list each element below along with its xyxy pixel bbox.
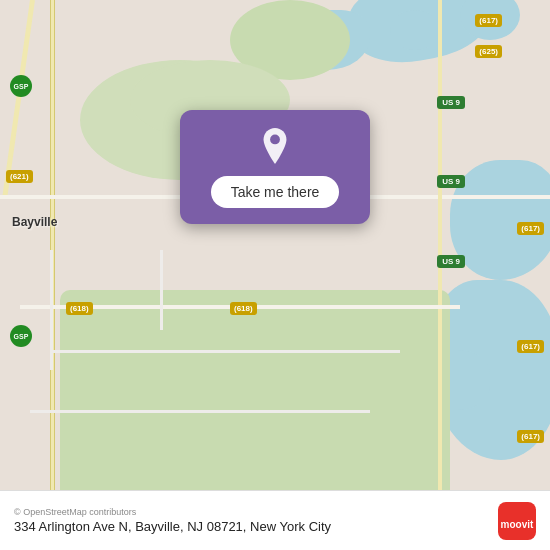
badge-us9-top: US 9: [437, 96, 465, 109]
badge-618-center: (618): [230, 302, 257, 315]
badge-618-left: (618): [66, 302, 93, 315]
badge-617-top: (617): [475, 14, 502, 27]
address-city: New York City: [250, 519, 331, 534]
map-container: GSP GSP (617) (625) (621) (618) (618) (6…: [0, 0, 550, 490]
moovit-icon: moovit: [498, 502, 536, 540]
badge-gsp-top: GSP: [10, 75, 32, 97]
place-label-bayville: Bayville: [12, 215, 57, 229]
badge-617-right3: (617): [517, 430, 544, 443]
badge-us9-mid: US 9: [437, 175, 465, 188]
road-us9: [438, 0, 442, 490]
badge-617-right1: (617): [517, 222, 544, 235]
attribution-text: © OpenStreetMap contributors: [14, 507, 331, 517]
address-city-separator: ,: [243, 519, 250, 534]
road-gsp: [50, 0, 55, 490]
svg-point-0: [270, 135, 280, 145]
badge-617-right2: (617): [517, 340, 544, 353]
badge-621: (621): [6, 170, 33, 183]
svg-text:moovit: moovit: [501, 519, 534, 530]
green-main: [60, 290, 450, 490]
badge-625: (625): [475, 45, 502, 58]
popup-card: Take me there: [180, 110, 370, 224]
badge-us9-lower: US 9: [437, 255, 465, 268]
water-right: [450, 160, 550, 280]
take-me-there-button[interactable]: Take me there: [211, 176, 340, 208]
water-patch-2: [390, 10, 440, 50]
badge-gsp-bottom: GSP: [10, 325, 32, 347]
location-pin-icon: [257, 128, 293, 164]
road-h3: [50, 350, 400, 353]
road-h4: [30, 410, 370, 413]
address-short: 334 Arlington Ave N, Bayville, NJ 08721: [14, 519, 243, 534]
address-text: 334 Arlington Ave N, Bayville, NJ 08721,…: [14, 519, 331, 534]
moovit-logo: moovit: [498, 502, 536, 540]
bottom-bar: © OpenStreetMap contributors 334 Arlingt…: [0, 490, 550, 550]
bottom-info: © OpenStreetMap contributors 334 Arlingt…: [14, 507, 331, 534]
road-v2: [160, 250, 163, 330]
